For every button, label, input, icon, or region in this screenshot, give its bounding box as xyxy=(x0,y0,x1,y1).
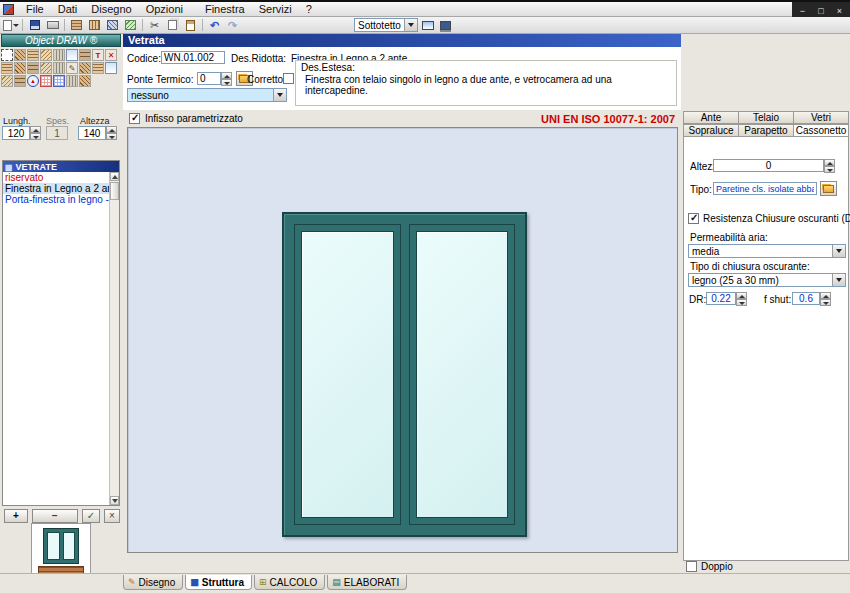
draw-tool-icon[interactable] xyxy=(79,62,91,74)
pattern-tile-button[interactable] xyxy=(86,18,103,33)
spinner-down-button[interactable] xyxy=(30,133,41,140)
window-view-button[interactable] xyxy=(419,18,436,33)
window-right-sash[interactable] xyxy=(409,224,516,525)
remove-item-button[interactable]: − xyxy=(32,509,78,523)
draw-tool-icon[interactable] xyxy=(53,49,65,61)
draw-tool-icon[interactable] xyxy=(105,62,117,74)
resistenza-chiusure-checkbox[interactable] xyxy=(688,213,699,224)
menu-disegno[interactable]: Disegno xyxy=(84,2,138,16)
chevron-down-icon[interactable] xyxy=(832,274,845,286)
draw-tool-icon[interactable] xyxy=(14,49,26,61)
window-drawing[interactable] xyxy=(282,212,527,537)
save-button[interactable] xyxy=(26,18,43,33)
doppio-checkbox[interactable] xyxy=(686,561,697,572)
window-left-sash[interactable] xyxy=(294,224,401,525)
redo-button[interactable]: ↷ xyxy=(224,18,241,33)
spinner-up-button[interactable] xyxy=(30,126,41,133)
draw-tool-icon[interactable] xyxy=(92,62,104,74)
new-document-button[interactable] xyxy=(2,18,19,33)
undo-button[interactable]: ↶ xyxy=(206,18,223,33)
dr-input[interactable] xyxy=(706,292,736,305)
pattern-green-button[interactable] xyxy=(122,18,139,33)
list-item-selected[interactable]: Finestra in Legno a 2 ante xyxy=(3,183,110,194)
tab-ante[interactable]: Ante xyxy=(683,111,739,124)
menu-file[interactable]: File xyxy=(19,2,51,16)
corretto-checkbox[interactable] xyxy=(283,73,294,84)
codice-input[interactable] xyxy=(161,51,225,64)
paste-button[interactable] xyxy=(182,18,199,33)
height-input[interactable] xyxy=(78,126,106,140)
selection-tool-icon[interactable] xyxy=(1,49,13,61)
draw-tool-icon[interactable] xyxy=(14,62,26,74)
tipo-input[interactable] xyxy=(713,182,817,195)
spinner-down-button[interactable] xyxy=(106,133,117,140)
text-tool-icon[interactable]: T xyxy=(92,49,104,61)
draw-tool-icon[interactable] xyxy=(79,75,91,87)
spinner-up-button[interactable] xyxy=(221,72,232,79)
draw-tool-icon[interactable] xyxy=(79,49,91,61)
compass-tool-icon[interactable]: ▲ xyxy=(27,75,39,87)
monitor-view-button[interactable] xyxy=(437,18,454,33)
list-item[interactable]: riservato xyxy=(3,172,110,183)
minimize-button[interactable]: − xyxy=(795,4,811,18)
draw-tool-icon[interactable] xyxy=(27,49,39,61)
spinner-up-button[interactable] xyxy=(736,292,747,299)
add-item-button[interactable]: + xyxy=(4,509,28,523)
tab-disegno[interactable]: Disegno xyxy=(123,575,183,590)
permeabilita-dropdown[interactable]: media xyxy=(688,244,846,258)
draw-tool-icon[interactable] xyxy=(14,75,26,87)
tab-vetri[interactable]: Vetri xyxy=(794,111,849,124)
list-scrollbar[interactable] xyxy=(109,172,119,505)
draw-tool-icon[interactable] xyxy=(27,62,39,74)
copy-button[interactable] xyxy=(164,18,181,33)
ponte-termico-input[interactable] xyxy=(197,72,221,85)
maximize-button[interactable]: □ xyxy=(813,4,829,18)
altezza-input[interactable] xyxy=(713,159,824,172)
menu-opzioni[interactable]: Opzioni xyxy=(139,2,190,16)
chevron-down-icon[interactable] xyxy=(832,245,845,257)
spinner-up-button[interactable] xyxy=(824,159,835,166)
tab-calcolo[interactable]: CALCOLO xyxy=(254,575,325,590)
draw-tool-icon[interactable] xyxy=(66,75,78,87)
print-button[interactable] xyxy=(44,18,61,33)
cut-button[interactable]: ✂ xyxy=(146,18,163,33)
length-input[interactable] xyxy=(2,126,30,140)
sottotetto-dropdown[interactable]: Sottotetto xyxy=(354,18,418,32)
drawing-canvas[interactable] xyxy=(127,127,678,553)
draw-tool-icon[interactable] xyxy=(53,62,65,74)
chevron-down-icon[interactable] xyxy=(404,19,417,31)
spinner-up-button[interactable] xyxy=(106,126,117,133)
pencil-tool-icon[interactable]: ✎ xyxy=(66,62,78,74)
close-button[interactable]: × xyxy=(832,4,848,18)
scroll-up-button[interactable] xyxy=(110,172,119,181)
red-grid-tool-icon[interactable] xyxy=(40,75,52,87)
menu-dati[interactable]: Dati xyxy=(51,2,85,16)
list-item[interactable]: Porta-finestra in legno - 3 ante xyxy=(3,194,110,205)
spinner-down-button[interactable] xyxy=(820,299,831,306)
tab-elaborati[interactable]: ELABORATI xyxy=(327,575,407,590)
window-left-glass[interactable] xyxy=(301,231,394,518)
menu-servizi[interactable]: Servizi xyxy=(252,2,299,16)
menu-help[interactable]: ? xyxy=(299,2,319,16)
chevron-down-icon[interactable] xyxy=(273,89,286,101)
blue-grid-tool-icon[interactable] xyxy=(53,75,65,87)
tab-telaio[interactable]: Telaio xyxy=(739,111,794,124)
chiusura-dropdown[interactable]: legno (25 a 30 mm) xyxy=(688,273,846,287)
spinner-down-button[interactable] xyxy=(736,299,747,306)
pattern-brick-button[interactable] xyxy=(68,18,85,33)
tipo-browse-button[interactable] xyxy=(820,181,837,196)
spinner-down-button[interactable] xyxy=(221,79,232,86)
spinner-up-button[interactable] xyxy=(820,292,831,299)
draw-tool-icon[interactable] xyxy=(40,49,52,61)
cancel-button[interactable]: × xyxy=(104,509,120,523)
draw-tool-icon[interactable] xyxy=(66,49,78,61)
draw-tool-icon[interactable] xyxy=(40,62,52,74)
infisso-parametrizzato-checkbox[interactable] xyxy=(129,113,140,124)
ponte-termico-dropdown[interactable]: nessuno xyxy=(127,88,287,102)
tab-struttura[interactable]: Struttura xyxy=(185,575,252,590)
scroll-down-button[interactable] xyxy=(110,496,119,505)
window-right-glass[interactable] xyxy=(416,231,509,518)
confirm-button[interactable]: ✓ xyxy=(82,509,100,523)
f-shut-input[interactable] xyxy=(792,292,820,305)
spinner-down-button[interactable] xyxy=(824,166,835,173)
